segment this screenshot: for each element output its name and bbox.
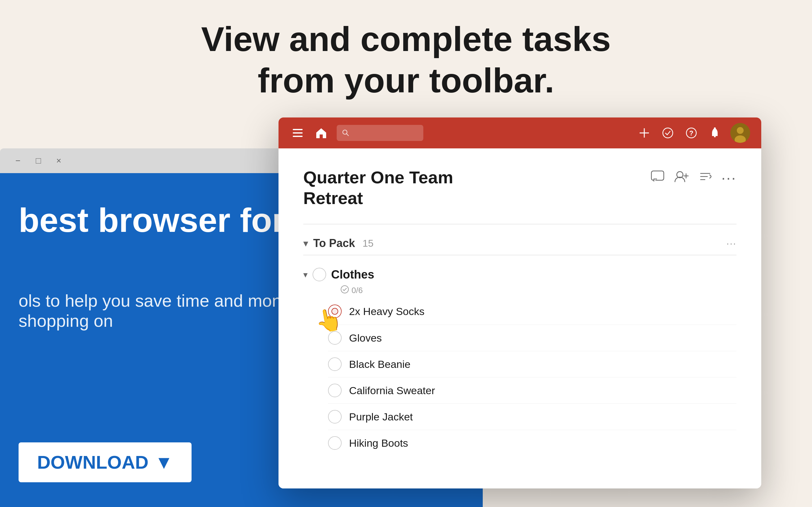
task-checkbox-6[interactable] — [328, 436, 342, 450]
svg-point-22 — [341, 286, 348, 293]
task-label-6: Hiking Boots — [349, 436, 408, 450]
avatar[interactable] — [730, 123, 750, 143]
todoist-content: Quarter One Team Retreat — [278, 149, 761, 489]
group-name: Clothes — [331, 268, 374, 281]
section-header: ▾ To Pack 15 ··· — [303, 237, 737, 256]
task-label-4: California Sweater — [349, 384, 435, 397]
svg-point-7 — [663, 128, 673, 138]
headline-line1: View and complete tasks — [0, 18, 812, 60]
window-maximize-button[interactable]: □ — [33, 155, 44, 166]
task-item: 2x Heavy Socks — [328, 298, 737, 325]
task-label-2: Gloves — [349, 331, 382, 345]
window-close-button[interactable]: × — [53, 155, 64, 166]
sort-icon[interactable] — [699, 170, 711, 185]
task-checkbox-2[interactable] — [328, 331, 342, 345]
comment-icon[interactable] — [651, 170, 664, 185]
add-task-icon[interactable] — [636, 125, 652, 141]
task-checkbox-4[interactable] — [328, 384, 342, 397]
task-item: Purple Jacket — [328, 404, 737, 430]
task-label-1: 2x Heavy Socks — [349, 304, 424, 318]
subtask-count-icon — [340, 285, 349, 296]
group-meta: 0/6 — [303, 285, 737, 296]
group-header: ▾ Clothes — [303, 264, 737, 285]
task-item: Gloves — [328, 325, 737, 351]
task-label-3: Black Beanie — [349, 357, 410, 371]
notifications-bell-icon[interactable] — [707, 125, 723, 141]
task-item: Hiking Boots — [328, 430, 737, 456]
svg-rect-10 — [714, 136, 716, 137]
task-checkbox-3[interactable] — [328, 357, 342, 371]
task-item: California Sweater — [328, 378, 737, 404]
task-checkbox-5[interactable] — [328, 410, 342, 424]
group-checkbox[interactable] — [312, 268, 326, 281]
add-member-icon[interactable] — [674, 170, 689, 185]
task-item: Black Beanie — [328, 351, 737, 378]
search-input[interactable] — [353, 128, 418, 138]
headline-line2: from your toolbar. — [0, 60, 812, 101]
svg-rect-15 — [651, 171, 664, 180]
section-name: To Pack — [313, 237, 355, 250]
project-title: Quarter One Team Retreat — [303, 167, 453, 208]
chevron-down-icon: ▼ — [155, 452, 173, 473]
help-icon[interactable]: ? — [683, 125, 699, 141]
svg-point-3 — [343, 130, 347, 134]
task-checkbox-1[interactable] — [328, 304, 342, 318]
menu-icon[interactable] — [290, 125, 306, 141]
headline: View and complete tasks from your toolba… — [0, 18, 812, 102]
project-actions: ··· — [651, 169, 737, 186]
section-more-icon[interactable]: ··· — [726, 238, 737, 249]
svg-point-13 — [737, 127, 744, 134]
task-group-clothes: ▾ Clothes 0/6 — [303, 264, 737, 456]
section-count: 15 — [362, 238, 373, 249]
download-button[interactable]: DOWNLOAD ▼ — [18, 442, 192, 482]
task-list: 2x Heavy Socks Gloves Black Beanie Calif… — [303, 298, 737, 456]
more-options-icon[interactable]: ··· — [721, 169, 737, 186]
home-icon[interactable] — [313, 125, 329, 141]
project-header: Quarter One Team Retreat — [303, 167, 737, 208]
divider — [303, 224, 737, 224]
task-label-5: Purple Jacket — [349, 410, 413, 424]
group-progress: 0/6 — [352, 286, 363, 295]
svg-rect-2 — [293, 136, 303, 137]
svg-text:?: ? — [689, 129, 693, 137]
svg-line-4 — [347, 134, 349, 136]
section-left: ▾ To Pack 15 — [303, 237, 373, 250]
svg-rect-1 — [293, 132, 303, 133]
download-label: DOWNLOAD — [37, 452, 149, 473]
completed-tasks-icon[interactable] — [660, 125, 676, 141]
todoist-toolbar: ? — [278, 117, 761, 149]
section-collapse-chevron[interactable]: ▾ — [303, 237, 308, 249]
window-minimize-button[interactable]: − — [12, 155, 23, 166]
svg-point-23 — [332, 308, 338, 315]
svg-point-11 — [714, 127, 716, 129]
group-collapse-chevron[interactable]: ▾ — [303, 270, 308, 280]
svg-rect-0 — [293, 129, 303, 130]
search-bar[interactable] — [337, 125, 423, 141]
todoist-app-window: ? Quarter One Team Retreat — [278, 117, 761, 489]
